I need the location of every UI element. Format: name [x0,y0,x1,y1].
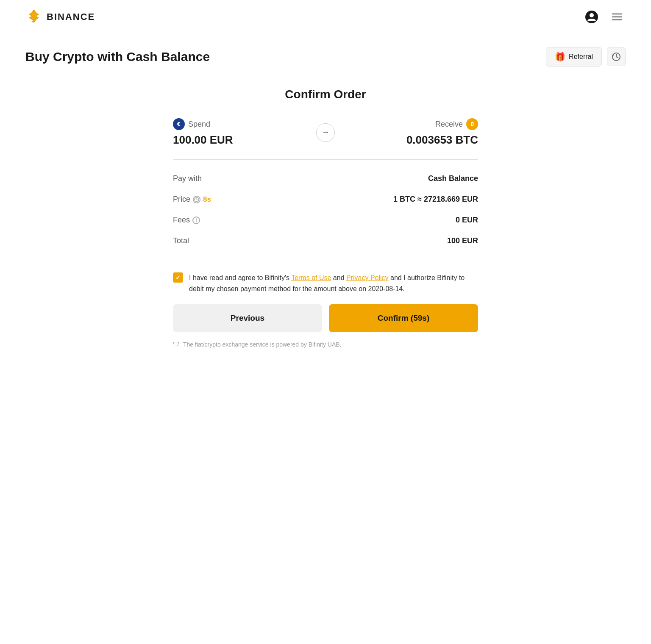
btc-badge: ₿ [466,118,478,130]
svg-point-9 [590,13,594,17]
btc-symbol: ₿ [471,121,474,127]
receive-label-row: Receive ₿ [335,118,478,130]
footer-note-text: The fiat/crypto exchange service is powe… [183,341,342,348]
logo: BINANCE [25,8,95,25]
terms-text: I have read and agree to Bifinity's Term… [189,272,478,294]
transaction-row: € Spend 100.00 EUR → Receive ₿ 0.003653 … [173,118,478,147]
user-icon-button[interactable] [583,8,600,25]
page-title: Buy Crypto with Cash Balance [25,50,210,64]
info-icon: i [192,217,200,224]
total-value: 100 EUR [447,236,478,245]
confirm-title: Confirm Order [173,88,478,101]
arrow-icon: → [316,123,335,142]
clock-small-icon [193,196,200,203]
footer-note: 🛡 The fiat/crypto exchange service is po… [173,341,478,348]
confirm-button[interactable]: Confirm (59s) [329,304,478,332]
terms-text-before: I have read and agree to Bifinity's [189,274,291,281]
eur-badge: € [173,118,185,130]
eur-symbol: € [177,121,181,128]
total-label: Total [173,236,189,245]
user-icon [585,10,598,24]
fees-value: 0 EUR [456,216,478,225]
receive-label: Receive [435,120,463,129]
hamburger-button[interactable] [609,8,626,25]
pay-with-label: Pay with [173,174,202,183]
pay-with-value: Cash Balance [428,174,478,183]
history-button[interactable] [607,47,626,66]
price-label: Price 8s [173,195,211,204]
hamburger-line-3 [612,19,622,20]
spend-label-row: € Spend [173,118,316,130]
shield-icon: 🛡 [173,341,180,348]
page-header: Buy Crypto with Cash Balance 🎁 Referral [0,34,651,75]
history-icon [612,52,621,61]
receive-amount: 0.003653 BTC [335,133,478,147]
privacy-policy-link[interactable]: Privacy Policy [346,274,389,281]
terms-of-use-link[interactable]: Terms of Use [291,274,331,281]
header: BINANCE [0,0,651,34]
logo-text: BINANCE [47,11,95,22]
referral-button[interactable]: 🎁 Referral [546,47,602,67]
gift-icon: 🎁 [555,52,565,62]
price-value: 1 BTC ≈ 27218.669 EUR [393,195,478,204]
hamburger-line-1 [612,14,622,14]
terms-checkbox[interactable]: ✓ [173,272,183,283]
spend-label: Spend [188,120,210,129]
divider [173,159,478,160]
pay-with-row: Pay with Cash Balance [173,168,478,189]
spend-amount: 100.00 EUR [173,133,316,147]
header-right [583,8,626,25]
hamburger-line-2 [612,17,622,17]
fees-label: Fees i [173,216,200,225]
checkmark-icon: ✓ [175,274,181,281]
terms-row: ✓ I have read and agree to Bifinity's Te… [173,272,478,294]
spend-side: € Spend 100.00 EUR [173,118,316,147]
price-timer: 8s [203,195,211,204]
terms-text-between: and [331,274,346,281]
referral-label: Referral [569,53,593,61]
page-actions: 🎁 Referral [546,47,626,67]
receive-side: Receive ₿ 0.003653 BTC [335,118,478,147]
binance-logo-icon [25,8,42,25]
previous-button[interactable]: Previous [173,304,322,332]
buttons-row: Previous Confirm (59s) [173,304,478,332]
fees-row: Fees i 0 EUR [173,210,478,230]
main-content: Confirm Order € Spend 100.00 EUR → Recei… [164,75,487,264]
total-row: Total 100 EUR [173,230,478,251]
price-row: Price 8s 1 BTC ≈ 27218.669 EUR [173,189,478,210]
bottom-section: ✓ I have read and agree to Bifinity's Te… [164,264,487,365]
